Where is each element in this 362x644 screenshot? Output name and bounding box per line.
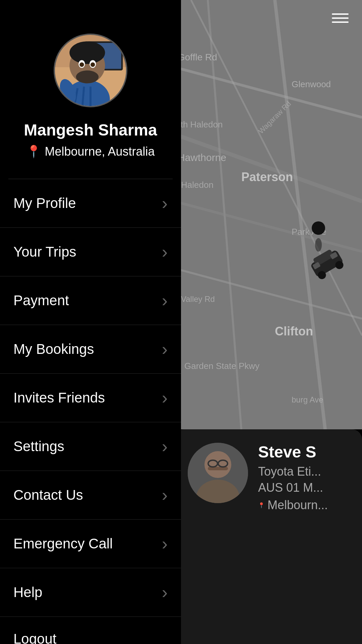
user-name: Mangesh Sharma	[24, 121, 157, 139]
chevron-right-icon: ›	[162, 534, 168, 554]
driver-avatar	[188, 443, 248, 503]
menu-item-my-bookings[interactable]: My Bookings›	[0, 325, 181, 374]
menu-item-label-help: Help	[13, 584, 42, 600]
menu-item-payment[interactable]: Payment›	[0, 276, 181, 325]
menu-item-invites-friends[interactable]: Invites Friends›	[0, 374, 181, 422]
user-location: 📍 Melbourne, Australia	[26, 145, 155, 159]
driver-location: Melbourn...	[267, 498, 328, 512]
driver-card: Steve S Toyota Eti... AUS 01 M... 📍 Melb…	[174, 429, 362, 644]
menu-item-label-your-trips: Your Trips	[13, 244, 76, 260]
menu-item-your-trips[interactable]: Your Trips›	[0, 228, 181, 276]
svg-text:Valley Rd: Valley Rd	[181, 294, 215, 304]
menu-item-settings[interactable]: Settings›	[0, 422, 181, 471]
driver-name: Steve S	[258, 443, 349, 461]
menu-item-label-my-profile: My Profile	[13, 195, 76, 211]
menu-item-my-profile[interactable]: My Profile›	[0, 179, 181, 228]
svg-text:Clifton: Clifton	[275, 324, 313, 338]
profile-section: Mangesh Sharma 📍 Melbourne, Australia	[0, 0, 181, 179]
svg-text:Paterson: Paterson	[241, 170, 293, 184]
menu-item-label-emergency-call: Emergency Call	[13, 536, 113, 552]
svg-text:Glenwood: Glenwood	[292, 79, 331, 89]
chevron-right-icon: ›	[162, 436, 168, 457]
hamburger-line-3	[332, 21, 349, 23]
svg-text:Haledon: Haledon	[181, 180, 214, 190]
svg-point-44	[79, 62, 84, 67]
chevron-right-icon: ›	[162, 290, 168, 311]
chevron-right-icon: ›	[162, 388, 168, 408]
menu-item-label-contact-us: Contact Us	[13, 487, 83, 503]
svg-point-41	[76, 70, 99, 84]
svg-point-21	[315, 238, 322, 252]
menu-item-label-payment: Payment	[13, 292, 69, 309]
hamburger-line-2	[332, 17, 349, 19]
chevron-right-icon: ›	[162, 485, 168, 505]
sidebar: Mangesh Sharma 📍 Melbourne, Australia My…	[0, 0, 181, 644]
svg-point-40	[69, 41, 105, 64]
location-marker-icon: 📍	[26, 145, 41, 159]
driver-info: Steve S Toyota Eti... AUS 01 M... 📍 Melb…	[258, 443, 349, 512]
driver-plate: AUS 01 M...	[258, 481, 349, 495]
svg-text:Hawthorne: Hawthorne	[178, 152, 226, 163]
menu-item-label-logout: Logout	[13, 631, 56, 644]
chevron-right-icon: ›	[162, 582, 168, 602]
location-text: Melbourne, Australia	[45, 145, 155, 159]
driver-location-row: 📍 Melbourn...	[258, 498, 349, 512]
svg-point-20	[312, 221, 325, 235]
svg-text:rth Haledon: rth Haledon	[178, 119, 223, 129]
svg-rect-31	[208, 467, 228, 470]
svg-text:Garden State Pkwy: Garden State Pkwy	[184, 361, 259, 371]
driver-car: Toyota Eti...	[258, 465, 349, 479]
avatar[interactable]	[54, 34, 127, 107]
menu-item-help[interactable]: Help›	[0, 568, 181, 617]
map-area: Goffle Rd Glenwood Hawthorne rth Haledon…	[174, 0, 362, 429]
menu-item-label-my-bookings: My Bookings	[13, 341, 94, 357]
hamburger-button[interactable]	[328, 10, 352, 26]
menu-item-emergency-call[interactable]: Emergency Call›	[0, 520, 181, 568]
svg-point-45	[90, 62, 95, 67]
menu-item-logout[interactable]: Logout	[0, 617, 181, 644]
hamburger-line-1	[332, 13, 349, 15]
svg-text:burg Ave: burg Ave	[292, 395, 323, 404]
svg-text:Goffle Rd: Goffle Rd	[178, 52, 217, 62]
chevron-right-icon: ›	[162, 193, 168, 213]
chevron-right-icon: ›	[162, 339, 168, 359]
menu-item-label-settings: Settings	[13, 438, 64, 454]
menu-list: My Profile›Your Trips›Payment›My Booking…	[0, 179, 181, 644]
chevron-right-icon: ›	[162, 242, 168, 262]
menu-item-label-invites-friends: Invites Friends	[13, 390, 105, 406]
location-pin-icon: 📍	[258, 502, 265, 508]
menu-item-contact-us[interactable]: Contact Us›	[0, 471, 181, 520]
